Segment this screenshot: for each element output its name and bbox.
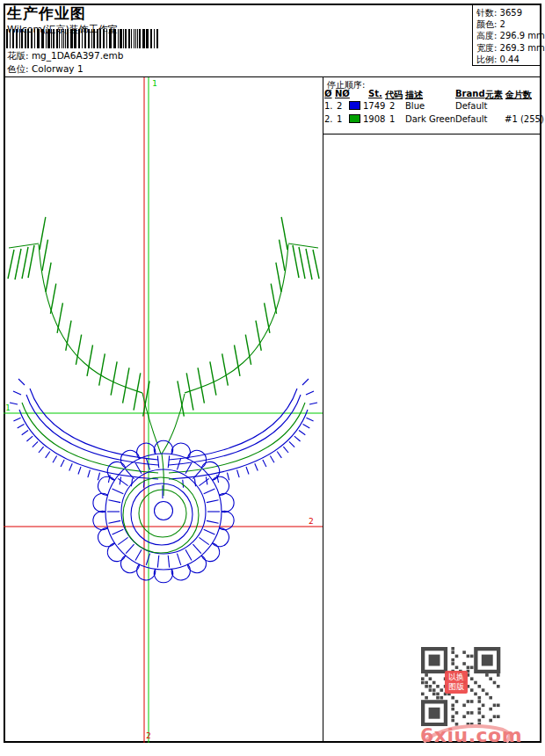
design-stats-box: 针数: 3659 颜色: 2 高度: 296.9 mm 宽度: 269.3 mm… [472, 5, 541, 66]
row1-description: Blue [405, 101, 425, 111]
col-description: 描述 [405, 89, 423, 101]
stat-width: 宽度: 269.3 mm [476, 42, 541, 54]
svg-text:2: 2 [146, 731, 151, 740]
pattern-value: mg_1DA6A397.emb [32, 50, 124, 61]
col-order: Ø [324, 89, 332, 98]
row2-code: 1 [389, 114, 395, 124]
col-needle: NØ [335, 89, 350, 98]
page-title: 生产作业图 [7, 4, 86, 24]
col-elements: 元素 [485, 89, 503, 101]
col-sequins: 金片数 [505, 89, 532, 101]
row2-needle: 1 [337, 114, 342, 124]
barcode [6, 29, 163, 48]
row2-brand: Default [455, 114, 488, 124]
row2-order: 2. [324, 114, 333, 124]
pattern-label: 花版: [7, 50, 29, 61]
colorway-label: 色位: [7, 63, 29, 74]
stop-sequence-panel: 停止顺序: Ø NØ St. 代码 描述 Brand 元素 金片数 1. 2 1… [323, 77, 541, 743]
qr-center-stamp: 以换 图版 [445, 671, 468, 694]
col-code: 代码 [385, 89, 403, 101]
row2-sequins: #1 (255) [505, 114, 544, 124]
colorway-value: Colorway 1 [32, 63, 84, 74]
svg-text:1: 1 [5, 403, 11, 412]
pattern-file-line: 花版: mg_1DA6A397.emb [7, 50, 123, 62]
stamp-line1: 以换 [445, 672, 468, 682]
colorway-line: 色位: Colorway 1 [7, 63, 84, 76]
stat-scale: 比例: 0.44 [476, 54, 541, 65]
stamp-line2: 图版 [445, 682, 468, 692]
embroidery-design-preview: 1122 [4, 77, 323, 743]
site-watermark: 6xiu.com [418, 719, 517, 752]
svg-text:1: 1 [152, 78, 157, 88]
row1-code: 2 [389, 101, 395, 111]
row1-color-swatch [349, 101, 360, 110]
col-stitches: St. [368, 89, 382, 98]
table-bottom-rule [323, 134, 541, 134]
col-brand: Brand [455, 89, 485, 98]
row1-stitches: 1749 [363, 101, 385, 111]
row2-description: Dark Green [405, 114, 455, 124]
row1-needle: 2 [337, 101, 342, 111]
stat-height: 高度: 296.9 mm [476, 30, 541, 41]
stat-colors: 颜色: 2 [476, 18, 541, 30]
svg-text:2: 2 [309, 516, 314, 526]
production-worksheet-page: { "header": { "title": "生产作业图", "company… [0, 0, 545, 756]
row2-color-swatch [349, 114, 360, 123]
row2-stitches: 1908 [363, 114, 385, 124]
row1-brand: Default [455, 101, 488, 111]
stat-stitches: 针数: 3659 [476, 7, 541, 18]
watermark-text: 6xiu.com [420, 724, 522, 746]
row1-order: 1. [324, 101, 333, 111]
